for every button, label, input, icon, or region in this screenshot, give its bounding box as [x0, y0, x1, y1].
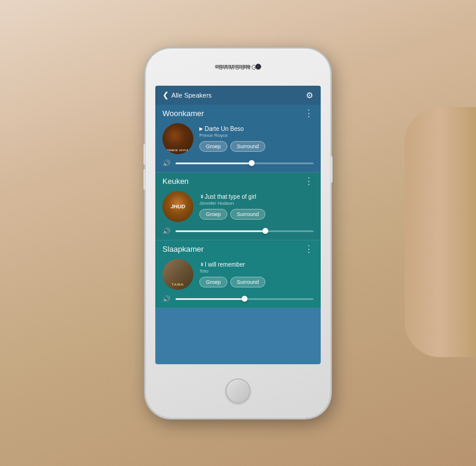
track-title-keuken: Just that type of girl	[205, 193, 256, 200]
pause-icon-slaapkamer: ⏸	[199, 262, 203, 267]
slider-fill-slaapkamer	[176, 298, 245, 300]
room-name-woonkamer: Woonkamer	[162, 109, 204, 118]
room-content-woonkamer: ▶ Darte Un Beso Prince Royce Groep Surro…	[155, 121, 321, 157]
volume-icon-woonkamer: 🔊	[162, 159, 171, 167]
track-info-slaapkamer: ⏸ I will remember Toto Groep Surround	[199, 261, 314, 287]
phone-container: SAMSUNG ❮ Alle Speakers ⚙	[146, 49, 330, 418]
scene: SAMSUNG ❮ Alle Speakers ⚙	[0, 0, 476, 466]
room-name-slaapkamer: Slaapkamer	[162, 245, 203, 254]
rooms-list: Woonkamer ⋮ ▶ Darte Un Beso	[155, 105, 321, 364]
phone-bottom-bezel	[146, 364, 330, 418]
more-icon-slaapkamer[interactable]: ⋮	[304, 245, 314, 254]
track-artist-keuken: Jennifer Hudson	[199, 201, 314, 206]
slider-thumb-woonkamer[interactable]	[249, 160, 255, 166]
phone-shell: SAMSUNG ❮ Alle Speakers ⚙	[146, 49, 330, 418]
room-card-woonkamer: Woonkamer ⋮ ▶ Darte Un Beso	[155, 105, 321, 173]
track-status-woonkamer: ▶ Darte Un Beso	[199, 126, 314, 132]
back-label: Alle Speakers	[171, 92, 212, 99]
room-header-woonkamer: Woonkamer ⋮	[155, 105, 321, 121]
volume-row-keuken: 🔊	[155, 224, 321, 240]
action-buttons-slaapkamer: Groep Surround	[199, 277, 314, 287]
room-content-keuken: ⏸ Just that type of girl Jennifer Hudson…	[155, 189, 321, 224]
groep-button-keuken[interactable]: Groep	[199, 209, 227, 220]
room-card-slaapkamer: Slaapkamer ⋮ ⏸ I will remember	[155, 240, 321, 308]
album-art-keuken	[162, 191, 193, 222]
track-title-woonkamer: Darte Un Beso	[205, 126, 244, 132]
app-header: ❮ Alle Speakers ⚙	[155, 86, 321, 105]
settings-icon[interactable]: ⚙	[306, 90, 314, 100]
volume-up-button[interactable]	[143, 144, 146, 165]
action-buttons-woonkamer: Groep Surround	[199, 141, 314, 152]
app-content: ❮ Alle Speakers ⚙ Woonkamer ⋮	[155, 86, 321, 364]
more-icon-keuken[interactable]: ⋮	[304, 177, 314, 186]
action-buttons-keuken: Groep Surround	[199, 209, 314, 220]
volume-icon-keuken: 🔊	[162, 227, 171, 235]
track-status-keuken: ⏸ Just that type of girl	[199, 193, 314, 200]
track-artist-slaapkamer: Toto	[199, 268, 314, 274]
album-art-slaapkamer	[162, 259, 193, 290]
volume-slider-keuken[interactable]	[176, 230, 314, 232]
slider-fill-keuken	[176, 230, 265, 232]
room-content-slaapkamer: ⏸ I will remember Toto Groep Surround	[155, 257, 321, 292]
power-button[interactable]	[330, 156, 333, 183]
back-arrow-icon: ❮	[162, 90, 169, 99]
groep-button-woonkamer[interactable]: Groep	[199, 141, 227, 152]
play-icon-woonkamer: ▶	[199, 126, 203, 132]
volume-slider-slaapkamer[interactable]	[176, 298, 314, 300]
finger-right	[405, 107, 476, 357]
surround-button-woonkamer[interactable]: Surround	[230, 141, 265, 152]
volume-row-slaapkamer: 🔊	[155, 292, 321, 308]
track-artist-woonkamer: Prince Royce	[199, 133, 314, 138]
track-status-slaapkamer: ⏸ I will remember	[199, 261, 314, 268]
pause-icon-keuken: ⏸	[199, 194, 203, 199]
room-name-keuken: Keuken	[162, 177, 189, 186]
phone-screen: ❮ Alle Speakers ⚙ Woonkamer ⋮	[155, 86, 321, 364]
room-header-slaapkamer: Slaapkamer ⋮	[155, 240, 321, 257]
track-info-keuken: ⏸ Just that type of girl Jennifer Hudson…	[199, 193, 314, 220]
home-button[interactable]	[226, 379, 250, 404]
slider-thumb-keuken[interactable]	[262, 228, 268, 234]
surround-button-keuken[interactable]: Surround	[230, 209, 265, 220]
more-icon-woonkamer[interactable]: ⋮	[304, 109, 314, 118]
volume-down-button[interactable]	[143, 169, 146, 190]
room-card-keuken: Keuken ⋮ ⏸ Just that type of girl	[155, 173, 321, 240]
album-art-woonkamer	[162, 123, 193, 154]
track-title-slaapkamer: I will remember	[205, 261, 245, 268]
volume-slider-woonkamer[interactable]	[176, 162, 314, 164]
slider-thumb-slaapkamer[interactable]	[242, 296, 248, 302]
slider-fill-woonkamer	[176, 162, 252, 164]
surround-button-slaapkamer[interactable]: Surround	[230, 277, 265, 287]
room-header-keuken: Keuken ⋮	[155, 173, 321, 189]
groep-button-slaapkamer[interactable]: Groep	[199, 277, 227, 287]
track-info-woonkamer: ▶ Darte Un Beso Prince Royce Groep Surro…	[199, 126, 314, 152]
samsung-logo: SAMSUNG	[219, 64, 258, 71]
volume-row-woonkamer: 🔊	[155, 157, 321, 172]
back-navigation[interactable]: ❮ Alle Speakers	[162, 90, 212, 99]
volume-icon-slaapkamer: 🔊	[162, 295, 171, 303]
